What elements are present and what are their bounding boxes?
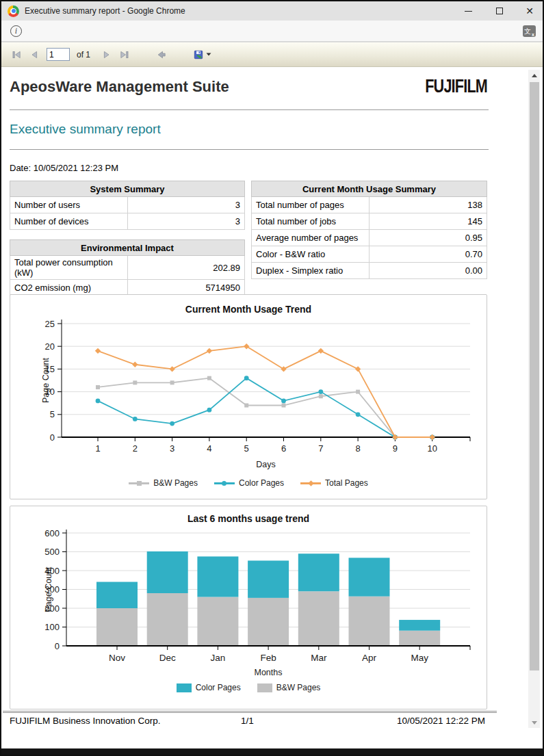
svg-text:25: 25 [45, 319, 55, 329]
system-summary-table: System SummaryNumber of users3Number of … [10, 181, 245, 230]
svg-text:Nov: Nov [109, 653, 125, 663]
page-footer: FUJIFILM Business Innovation Corp. 1/1 1… [10, 716, 485, 726]
app-title: ApeosWare Management Suite [10, 78, 229, 96]
svg-text:100: 100 [44, 622, 60, 632]
row-value: 5714950 [127, 280, 245, 296]
environmental-impact-table: Environmental ImpactTotal power consumpt… [10, 239, 245, 296]
scroll-up-button[interactable] [528, 70, 540, 81]
row-label: Number of users [10, 197, 128, 213]
previous-page-button[interactable] [29, 49, 40, 60]
bar-chart-title: Last 6 months usage trend [10, 513, 487, 525]
scroll-down-icon [532, 721, 537, 725]
row-value: 0.00 [370, 263, 487, 279]
divider [10, 109, 489, 110]
svg-text:2: 2 [133, 443, 138, 454]
table-row: Total power consumption (kW)202.89 [10, 256, 245, 280]
svg-text:6: 6 [281, 443, 286, 454]
translate-icon[interactable]: 文x [523, 25, 536, 37]
legend-swatch-icon [257, 683, 272, 692]
page-info-icon[interactable]: i [10, 25, 22, 37]
legend-label: B&W Pages [153, 478, 198, 488]
legend-diamond-marker-icon [300, 480, 321, 486]
svg-text:Dec: Dec [159, 653, 176, 663]
row-label: Total power consumption (kW) [10, 256, 128, 280]
info-bar: i 文x [1, 21, 543, 42]
table-row: Total number of pages138 [252, 197, 487, 213]
row-label: Color - B&W ratio [252, 246, 370, 263]
svg-text:5: 5 [244, 443, 249, 454]
svg-text:Mar: Mar [311, 653, 327, 663]
browser-window: Executive summary report - Google Chrome… [0, 0, 544, 756]
legend-label: Total Pages [325, 478, 368, 488]
legend-label: B&W Pages [276, 683, 321, 692]
line-chart: 051015202512345678910DaysPage Count [10, 317, 487, 475]
legend-square-marker-icon [129, 480, 149, 486]
svg-text:10: 10 [427, 443, 437, 454]
vertical-scrollbar[interactable] [528, 70, 540, 728]
table-title: Environmental Impact [10, 240, 245, 256]
svg-text:Jan: Jan [211, 653, 226, 663]
svg-text:8: 8 [355, 443, 360, 454]
scroll-down-button[interactable] [528, 717, 540, 728]
svg-text:20: 20 [45, 341, 55, 352]
svg-text:Months: Months [255, 668, 283, 677]
scroll-up-icon [532, 74, 537, 77]
svg-text:7: 7 [318, 443, 323, 454]
row-value: 138 [370, 197, 487, 213]
table-title: Current Month Usage Summary [252, 181, 487, 197]
report-title: Executive summary report [10, 122, 161, 137]
save-export-icon [193, 49, 204, 60]
last-page-button[interactable] [119, 49, 130, 60]
bar-chart: 0100200300400500600NovDecJanFebMarAprMay… [10, 525, 487, 680]
page-count-label: of 1 [77, 50, 90, 60]
footer-page-number: 1/1 [168, 716, 327, 726]
legend-swatch-icon [177, 683, 192, 692]
row-value: 145 [370, 213, 487, 230]
svg-text:4: 4 [207, 443, 211, 454]
row-value: 0.95 [370, 230, 487, 246]
svg-text:500: 500 [44, 547, 60, 557]
footer-timestamp: 10/05/2021 12:22 PM [326, 716, 485, 726]
svg-text:9: 9 [393, 443, 398, 454]
legend-item: Color Pages [177, 683, 241, 692]
report-date: Date: 10/05/2021 12:23 PM [10, 163, 118, 173]
svg-text:Page Count: Page Count [44, 566, 53, 612]
table-row: Total number of jobs145 [252, 213, 487, 230]
svg-text:0: 0 [55, 641, 60, 651]
svg-text:Page Count: Page Count [41, 357, 51, 403]
line-chart-legend: B&W PagesColor PagesTotal Pages [10, 478, 487, 488]
close-button[interactable]: ✕ [518, 1, 541, 21]
legend-item: Color Pages [214, 478, 284, 488]
svg-text:Apr: Apr [362, 653, 377, 663]
minimize-button[interactable] [456, 1, 480, 21]
export-dropdown-caret [206, 53, 211, 56]
row-label: Total number of pages [252, 197, 370, 213]
svg-text:600: 600 [44, 528, 60, 538]
row-value: 3 [127, 197, 245, 213]
row-label: Duplex - Simplex ratio [252, 263, 370, 279]
title-bar: Executive summary report - Google Chrome… [1, 1, 543, 21]
page-number-input[interactable] [47, 48, 70, 61]
table-row: Duplex - Simplex ratio0.00 [252, 263, 487, 279]
table-title: System Summary [10, 181, 245, 197]
table-row: CO2 emission (mg)5714950 [10, 280, 245, 296]
row-value: 0.70 [370, 246, 487, 263]
legend-item: B&W Pages [257, 683, 321, 692]
footer-divider [3, 711, 497, 713]
maximize-button[interactable] [488, 1, 511, 21]
legend-item: B&W Pages [129, 478, 198, 488]
usage-trend-line-chart-panel: Current Month Usage Trend 05101520251234… [10, 294, 487, 499]
legend-label: Color Pages [239, 478, 284, 488]
next-page-button[interactable] [101, 49, 112, 60]
export-button[interactable] [193, 49, 211, 60]
back-to-parent-button[interactable] [156, 49, 167, 60]
svg-text:3: 3 [170, 443, 174, 454]
maximize-icon [496, 8, 503, 14]
window-title: Executive summary report - Google Chrome [25, 6, 185, 16]
first-page-button[interactable] [11, 49, 22, 60]
table-row: Number of devices3 [10, 213, 245, 230]
footer-company: FUJIFILM Business Innovation Corp. [10, 716, 168, 726]
scrollbar-thumb[interactable] [530, 82, 539, 670]
table-row: Number of users3 [10, 197, 245, 213]
svg-text:5: 5 [50, 409, 55, 419]
